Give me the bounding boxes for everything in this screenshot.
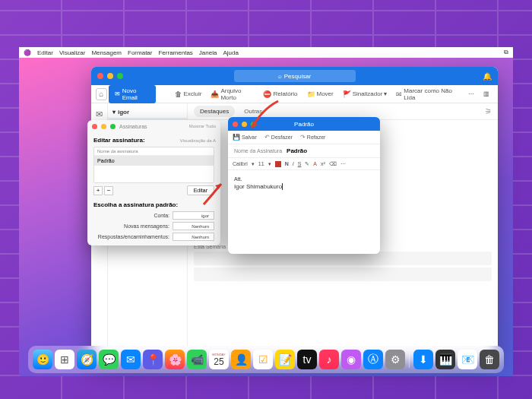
underline-button[interactable]: S: [298, 161, 302, 166]
search-input[interactable]: ⌕ Pesquisar: [234, 70, 356, 82]
outlook-titlebar: ⌕ Pesquisar 🔔: [91, 67, 498, 85]
more-button[interactable]: ⋯: [464, 89, 478, 99]
maps-icon[interactable]: 📍: [143, 350, 163, 369]
highlight-icon[interactable]: ✎: [305, 161, 309, 167]
menu-view[interactable]: Visualizar: [59, 49, 86, 56]
menu-format[interactable]: Formatar: [128, 49, 152, 56]
font-color-icon[interactable]: [275, 161, 281, 167]
folder-icon: 📁: [307, 90, 315, 98]
notes-icon[interactable]: 📝: [275, 350, 295, 369]
preview-label: Visualização da A: [180, 138, 216, 143]
trash-icon: 🗑: [175, 90, 182, 98]
signatures-modal: Assinaturas Mostrar Tudo Editar assinatu…: [87, 120, 220, 245]
delete-button[interactable]: 🗑Excluir: [171, 89, 205, 100]
list-item[interactable]: [194, 268, 492, 281]
appstore-icon[interactable]: Ⓐ: [363, 350, 383, 369]
music-icon[interactable]: ♪: [319, 350, 339, 369]
messages-icon[interactable]: 💬: [99, 350, 119, 369]
signame-value[interactable]: Padrão: [287, 147, 307, 154]
reminders-icon[interactable]: ☑: [253, 350, 273, 369]
photos-icon[interactable]: 🌸: [165, 350, 185, 369]
archive-button[interactable]: 📥Arquivo Morto: [207, 86, 258, 103]
facetime-icon[interactable]: 📹: [187, 350, 207, 369]
finder-icon[interactable]: 🙂: [33, 350, 52, 369]
tab-focused[interactable]: Destaques: [194, 106, 235, 117]
dock-app-icon[interactable]: ⬇: [413, 350, 433, 369]
account-select[interactable]: igor: [173, 211, 214, 220]
signature-row[interactable]: Padrão: [94, 156, 214, 166]
account-header[interactable]: ▾igor: [108, 106, 187, 118]
save-icon: 💾: [233, 134, 240, 141]
tab-other[interactable]: Outras: [238, 106, 268, 117]
podcasts-icon[interactable]: ◉: [341, 350, 361, 369]
flag-button[interactable]: 🚩Sinalizador▾: [339, 89, 391, 100]
close-icon[interactable]: [233, 122, 238, 127]
move-button[interactable]: 📁Mover: [303, 89, 337, 100]
minimize-icon[interactable]: [101, 124, 106, 129]
mail-icon[interactable]: ✉: [121, 350, 141, 369]
zoom-icon[interactable]: [110, 124, 116, 129]
zoom-icon[interactable]: [251, 122, 256, 127]
show-all-link[interactable]: Mostrar Tudo: [189, 124, 216, 128]
home-button[interactable]: ⌂: [96, 88, 107, 100]
window-controls: [97, 73, 123, 79]
zoom-icon[interactable]: [117, 73, 123, 79]
notifications-icon[interactable]: 🔔: [483, 72, 492, 81]
search-placeholder: Pesquisar: [284, 73, 312, 80]
remove-signature-button[interactable]: −: [104, 186, 113, 195]
menu-window[interactable]: Janela: [199, 49, 217, 56]
menu-tools[interactable]: Ferramentas: [158, 49, 192, 56]
menu-edit[interactable]: Editar: [37, 49, 53, 56]
mark-unread-button[interactable]: ✉Marcar como Não Lida: [392, 86, 463, 103]
contacts-icon[interactable]: 👤: [231, 350, 251, 369]
outlook-toolbar: ⌂ ✉Novo Email 🗑Excluir 📥Arquivo Morto ⛔R…: [91, 85, 498, 103]
new-email-button[interactable]: ✉Novo Email: [109, 85, 156, 103]
text-color-button[interactable]: A: [313, 161, 317, 166]
settings-icon[interactable]: ⚙: [385, 350, 405, 369]
redo-icon: ↷: [300, 134, 306, 141]
minimize-icon[interactable]: [242, 122, 247, 127]
mail-icon: ✉: [396, 90, 402, 98]
italic-button[interactable]: I: [293, 161, 294, 166]
superscript-button[interactable]: x²: [321, 161, 325, 166]
close-icon[interactable]: [92, 124, 97, 129]
newmsg-select[interactable]: Nenhum: [173, 222, 214, 230]
menu-help[interactable]: Ajuda: [223, 49, 238, 56]
save-button[interactable]: 💾Salvar: [233, 134, 257, 141]
dock-app-icon[interactable]: 🎹: [435, 350, 455, 369]
font-select[interactable]: Calibri: [233, 161, 248, 166]
signature-editor-modal: Padrão 💾Salvar ↶Desfazer ↷Refazer Nome d…: [228, 117, 380, 254]
report-button[interactable]: ⛔Relatório: [259, 89, 301, 100]
menu-message[interactable]: Mensagem: [91, 49, 122, 56]
minimize-icon[interactable]: [107, 73, 113, 79]
undo-icon: ↶: [264, 134, 270, 141]
reply-select[interactable]: Nenhum: [173, 233, 214, 241]
close-icon[interactable]: [97, 73, 103, 79]
safari-icon[interactable]: 🧭: [77, 350, 97, 369]
redo-button[interactable]: ↷Refazer: [300, 134, 326, 141]
signature-textarea[interactable]: Att. Igor Shimabukuro: [228, 170, 380, 254]
edit-signature-button[interactable]: Editar: [187, 185, 214, 195]
editor-title: Padrão: [294, 121, 314, 128]
launchpad-icon[interactable]: ⊞: [55, 350, 74, 369]
signame-label: Nome da Assinatura: [234, 148, 282, 154]
column-header: Nome da assinatura: [94, 147, 214, 156]
calendar-icon[interactable]: MONDAY25: [209, 350, 229, 369]
macos-dock: 🙂 ⊞ 🧭 💬 ✉ 📍 🌸 📹 MONDAY25 👤 ☑ 📝 tv ♪ ◉ Ⓐ …: [28, 346, 504, 373]
more-format-button[interactable]: ⋯: [340, 161, 346, 167]
size-select[interactable]: 11: [258, 161, 264, 166]
apple-menu[interactable]: 🟣: [24, 49, 31, 56]
newmsg-label: Novas mensagens:: [93, 223, 173, 229]
clear-format-button[interactable]: ⌫: [329, 161, 337, 167]
outlook-dock-icon[interactable]: 📧: [458, 350, 477, 369]
trash-icon[interactable]: 🗑: [480, 350, 499, 369]
reply-label: Respostas/encaminhamentos:: [93, 234, 173, 239]
layout-button[interactable]: ▥: [480, 89, 493, 99]
undo-button[interactable]: ↶Desfazer: [264, 134, 293, 141]
bold-button[interactable]: N: [285, 161, 289, 166]
tv-icon[interactable]: tv: [297, 350, 317, 369]
mail-icon[interactable]: ✉: [96, 109, 103, 119]
add-signature-button[interactable]: +: [93, 186, 103, 195]
filter-icon[interactable]: ⚞: [485, 107, 492, 116]
menubar-extras-icon[interactable]: ⧉: [504, 49, 508, 56]
